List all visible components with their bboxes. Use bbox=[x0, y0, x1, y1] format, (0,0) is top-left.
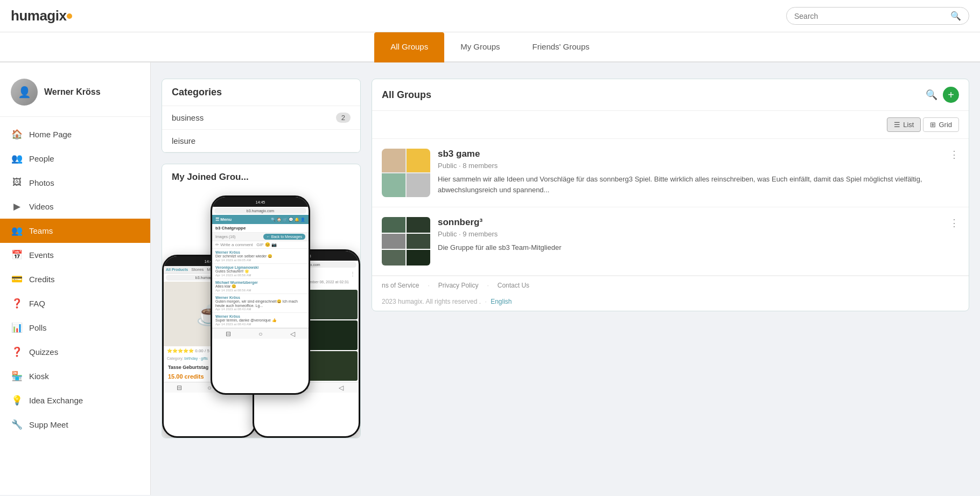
group-info-sb3: sb3 game Public · 8 members Hier sammeln… bbox=[438, 149, 959, 197]
people-icon: 👥 bbox=[11, 153, 23, 164]
user-profile: 👤 Werner Kröss bbox=[0, 73, 150, 117]
sidebar-item-faq[interactable]: ❓ FAQ bbox=[0, 291, 150, 316]
polls-icon: 📊 bbox=[11, 322, 23, 333]
sidebar-item-kiosk[interactable]: 🏪 Kiosk bbox=[0, 364, 150, 388]
search-bar[interactable]: 🔍 bbox=[786, 7, 969, 25]
idea-icon: 💡 bbox=[11, 395, 23, 406]
chat-msg-1: Werner Kröss Der schmilzt von selber wie… bbox=[212, 249, 309, 264]
photos-icon: 🖼 bbox=[11, 177, 23, 188]
group-desc-sonnberg: Die Gruppe für alle sb3 Team-Mitglieder bbox=[438, 242, 959, 253]
chat-msg-5: Werner Kröss Super termin, danke @veroni… bbox=[212, 313, 309, 328]
business-count: 2 bbox=[336, 113, 351, 123]
category-business[interactable]: business 2 bbox=[162, 106, 360, 130]
grid-view-button[interactable]: ⊞ Grid bbox=[923, 117, 959, 132]
avatar-image: 👤 bbox=[11, 79, 38, 106]
sidebar: 👤 Werner Kröss 🏠 Home Page 👥 People 🖼 Ph… bbox=[0, 62, 151, 495]
chat-msg-3: Michael Wurmetzberger Alles klar 😊 Apr 1… bbox=[212, 279, 309, 294]
phone-mid-nav: ⊟ ○ ◁ bbox=[212, 328, 309, 339]
sidebar-item-credits[interactable]: 💳 Credits bbox=[0, 267, 150, 291]
add-group-button[interactable]: + bbox=[943, 87, 959, 103]
faq-icon: ❓ bbox=[11, 298, 23, 309]
credits-icon: 💳 bbox=[11, 274, 23, 285]
list-icon: ☰ bbox=[894, 121, 900, 129]
logo-dot bbox=[67, 13, 72, 19]
sidebar-item-quizzes[interactable]: ❓ Quizzes bbox=[0, 340, 150, 364]
language-link[interactable]: English bbox=[491, 298, 512, 305]
category-leisure[interactable]: leisure bbox=[162, 130, 360, 152]
supp-icon: 🔧 bbox=[11, 419, 23, 430]
sidebar-item-events[interactable]: 📅 Events bbox=[0, 243, 150, 267]
kiosk-icon: 🏪 bbox=[11, 371, 23, 382]
main-layout: 👤 Werner Kröss 🏠 Home Page 👥 People 🖼 Ph… bbox=[0, 62, 980, 495]
sidebar-item-supp-meet[interactable]: 🔧 Supp Meet bbox=[0, 413, 150, 437]
group-desc-sb3: Hier sammeln wir alle Ideen und Vorschlä… bbox=[438, 174, 959, 195]
home-icon: 🏠 bbox=[11, 129, 23, 140]
left-column: Categories business 2 leisure My Joined … bbox=[162, 79, 361, 484]
joined-groups-title: My Joined Grou... bbox=[162, 164, 360, 190]
phone-mid-group-name: b3 Chatgruppe bbox=[212, 224, 309, 233]
group-more-btn-sonnberg[interactable]: ⋮ bbox=[949, 217, 959, 229]
all-groups-header: All Groups 🔍 + bbox=[372, 79, 969, 111]
tab-all-groups[interactable]: All Groups bbox=[374, 32, 444, 62]
sidebar-item-teams[interactable]: 👥 Teams bbox=[0, 219, 150, 243]
chat-msg-2: Veronique Ligmanowski Gutes Schauferl! 🌟… bbox=[212, 264, 309, 279]
tab-bar: All Groups My Groups Friends' Groups bbox=[0, 32, 980, 62]
teams-icon: 👥 bbox=[11, 225, 23, 236]
content-area: Categories business 2 leisure My Joined … bbox=[151, 62, 980, 495]
group-name-sonnberg: sonnberg³ bbox=[438, 217, 959, 228]
sidebar-item-idea-exchange[interactable]: 💡 Idea Exchange bbox=[0, 388, 150, 413]
sidebar-item-people[interactable]: 👥 People bbox=[0, 146, 150, 171]
search-icon: 🔍 bbox=[950, 11, 961, 21]
quizzes-icon: ❓ bbox=[11, 346, 23, 358]
phone-mockups-area: 14:45 All Products Stores More b3.humagi… bbox=[162, 195, 360, 438]
phone-mid: 14:45 b3.humagix.com ☰ Menu 🔍 🏠 🛒 💬 🔔 👤 … bbox=[211, 195, 310, 395]
group-more-btn-sb3[interactable]: ⋮ bbox=[949, 149, 959, 160]
sidebar-item-photos[interactable]: 🖼 Photos bbox=[0, 171, 150, 194]
tab-friends-groups[interactable]: Friends' Groups bbox=[516, 32, 606, 62]
phone-mid-url: b3.humagix.com bbox=[214, 208, 306, 214]
group-item-sonnberg3: sonnberg³ Public · 9 members Die Gruppe … bbox=[372, 207, 969, 276]
back-to-messages-btn[interactable]: ← Back to Messages bbox=[263, 234, 305, 240]
groups-search-icon[interactable]: 🔍 bbox=[926, 89, 937, 101]
sidebar-item-videos[interactable]: ▶ Videos bbox=[0, 194, 150, 219]
group-meta-sonnberg: Public · 9 members bbox=[438, 230, 959, 238]
all-groups-card: All Groups 🔍 + ☰ List ⊞ Grid bbox=[372, 79, 969, 311]
view-toggle: ☰ List ⊞ Grid bbox=[372, 111, 969, 139]
videos-icon: ▶ bbox=[11, 201, 23, 212]
list-view-button[interactable]: ☰ List bbox=[887, 117, 921, 132]
group-thumb-sonnberg bbox=[382, 217, 430, 266]
user-name: Werner Kröss bbox=[44, 87, 101, 97]
group-meta-sb3: Public · 8 members bbox=[438, 162, 959, 170]
tab-my-groups[interactable]: My Groups bbox=[444, 32, 516, 62]
my-joined-groups-card: My Joined Grou... 14:45 All Products Sto… bbox=[162, 164, 361, 438]
phone-mid-menu: ☰ Menu bbox=[215, 217, 232, 222]
chat-msg-4: Werner Kröss Guten morgen, wir sind eing… bbox=[212, 294, 309, 313]
all-groups-title: All Groups bbox=[382, 89, 431, 101]
copyright: 2023 humagix. All rights reserved . · En… bbox=[372, 295, 969, 311]
contact-link[interactable]: Contact Us bbox=[498, 282, 529, 289]
logo: humagix bbox=[11, 8, 72, 24]
logo-text: humagix bbox=[11, 8, 66, 24]
phone-mid-notch: 14:45 bbox=[212, 197, 309, 207]
phone-mid-screen: 14:45 b3.humagix.com ☰ Menu 🔍 🏠 🛒 💬 🔔 👤 … bbox=[212, 197, 309, 393]
search-input[interactable] bbox=[794, 12, 946, 20]
grid-icon: ⊞ bbox=[930, 121, 936, 129]
right-column: All Groups 🔍 + ☰ List ⊞ Grid bbox=[372, 79, 969, 484]
sidebar-item-polls[interactable]: 📊 Polls bbox=[0, 316, 150, 340]
avatar: 👤 bbox=[11, 79, 38, 106]
events-icon: 📅 bbox=[11, 249, 23, 261]
group-name-sb3: sb3 game bbox=[438, 149, 959, 159]
categories-title: Categories bbox=[162, 79, 360, 106]
terms-link[interactable]: ns of Service bbox=[382, 282, 419, 289]
app-header: humagix 🔍 bbox=[0, 0, 980, 32]
categories-card: Categories business 2 leisure bbox=[162, 79, 361, 153]
sidebar-item-home[interactable]: 🏠 Home Page bbox=[0, 122, 150, 146]
group-item-sb3-game: sb3 game Public · 8 members Hier sammeln… bbox=[372, 139, 969, 207]
privacy-link[interactable]: Privacy Policy bbox=[438, 282, 479, 289]
footer-links: ns of Service · Privacy Policy · Contact… bbox=[372, 276, 969, 295]
all-groups-actions: 🔍 + bbox=[926, 87, 959, 103]
group-info-sonnberg: sonnberg³ Public · 9 members Die Gruppe … bbox=[438, 217, 959, 266]
group-thumb-sb3 bbox=[382, 149, 430, 197]
